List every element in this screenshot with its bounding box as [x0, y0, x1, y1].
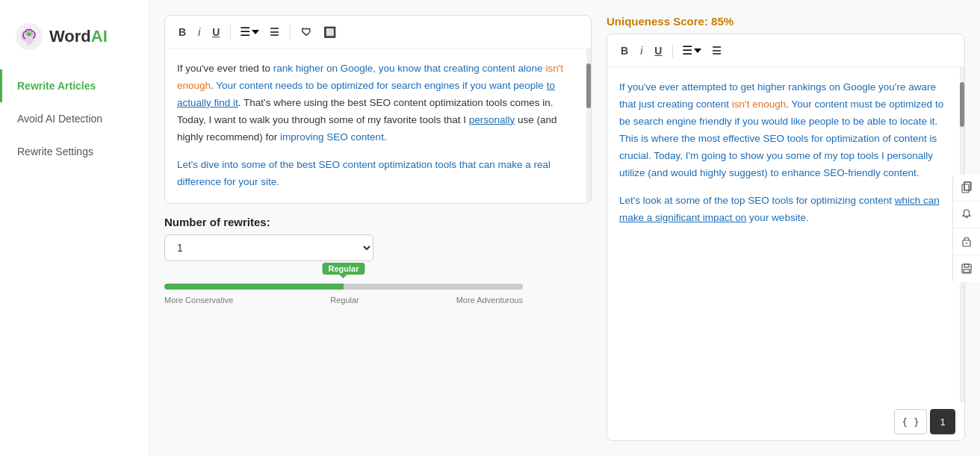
output-highlighted-3: Your content must be optimized to be sea… [619, 99, 943, 178]
notification-icon-button[interactable] [953, 202, 980, 228]
list-dropdown[interactable]: ☰ [237, 22, 262, 42]
input-editor-content[interactable]: If you've ever tried to rank higher on G… [165, 49, 591, 203]
highlighted-text-1: rank higher on Google, you know that cre… [273, 63, 543, 74]
svg-rect-7 [962, 184, 969, 193]
underline-button[interactable]: U [208, 23, 224, 41]
output-bold-button[interactable]: B [616, 42, 633, 60]
copy-icon-button[interactable] [953, 175, 980, 202]
rewrites-select[interactable]: 1 2 3 5 10 [164, 234, 373, 261]
input-paragraph-2: Let's dive into some of the best SEO con… [177, 157, 579, 191]
right-floating-icons [952, 175, 980, 282]
sidebar-item-avoid-ai-detection[interactable]: Avoid AI Detection [0, 102, 149, 135]
italic-button[interactable]: i [193, 23, 205, 41]
save-icon-button[interactable] [953, 255, 980, 282]
slider-container: Regular More Conservative Regular More A… [164, 284, 523, 304]
output-paragraph-1: If you've ever attempted to get higher r… [619, 79, 952, 182]
editor-section: B i U ☰ ☰ 🛡 🔲 If you've ever tri [164, 15, 592, 441]
pagination-row: { } 1 [607, 403, 964, 440]
output-editor-content[interactable]: If you've ever attempted to get higher r… [607, 67, 964, 403]
lock-icon [961, 235, 973, 247]
logo-text: WordAI [49, 27, 108, 46]
svg-rect-13 [964, 269, 970, 272]
highlighted-link-2: personally [469, 114, 515, 125]
svg-point-10 [966, 243, 967, 244]
output-paragraph-2: Let's look at some of the top SEO tools … [619, 193, 952, 227]
toolbar-divider-1 [230, 25, 231, 39]
highlighted-text-5: Let's dive into some of the best SEO con… [177, 159, 551, 187]
uniqueness-score: Uniqueness Score: 85% [607, 15, 965, 28]
copy-icon [961, 181, 973, 193]
svg-point-1 [28, 33, 31, 37]
editor-toolbar: B i U ☰ ☰ 🛡 🔲 [165, 16, 591, 49]
output-toolbar: B i U ☰ ☰ [607, 34, 964, 67]
page-1-button[interactable]: 1 [930, 409, 955, 434]
scrollbar-track[interactable] [586, 49, 591, 203]
output-scrollbar-thumb [960, 82, 964, 127]
scrollbar-thumb [586, 63, 591, 108]
input-paragraph-1: If you've ever tried to rank higher on G… [177, 60, 579, 146]
output-italic-button[interactable]: i [636, 42, 647, 60]
toolbar-divider-2 [290, 25, 291, 39]
highlighted-text-3: Your content needs to be optimized for s… [216, 80, 544, 91]
wordai-logo-icon [15, 22, 43, 51]
output-highlighted-2: isn't enough [732, 99, 786, 110]
slider-label-left: More Conservative [164, 296, 233, 304]
code-view-button[interactable]: { } [894, 409, 927, 434]
bookmark-button[interactable]: 🔲 [319, 23, 341, 41]
slider-track[interactable] [164, 284, 523, 290]
rewrites-label: Number of rewrites: [164, 216, 592, 228]
output-ordered-list-button[interactable]: ☰ [707, 42, 726, 60]
output-list-dropdown[interactable]: ☰ [679, 40, 704, 60]
svg-rect-12 [964, 264, 969, 267]
slider-label-middle: Regular [330, 296, 359, 304]
output-highlighted-4: Let's look at some of the top SEO tools … [619, 195, 892, 206]
output-underline-button[interactable]: U [650, 42, 666, 60]
slider-active-label: Regular [323, 263, 365, 275]
chevron-down-icon [252, 28, 259, 36]
slider-labels: More Conservative Regular More Adventuro… [164, 296, 523, 304]
lock-icon-button[interactable] [953, 228, 980, 255]
input-editor-card: B i U ☰ ☰ 🛡 🔲 If you've ever tri [164, 15, 592, 204]
list-dropdown-icon: ☰ [240, 25, 250, 39]
sidebar: WordAI Rewrite Articles Avoid AI Detecti… [0, 0, 149, 456]
sidebar-item-rewrite-settings[interactable]: Rewrite Settings [0, 135, 149, 168]
sidebar-item-rewrite-articles[interactable]: Rewrite Articles [0, 69, 149, 102]
highlighted-text-4: improving SEO content [280, 131, 384, 143]
output-highlighted-5: your website. [749, 212, 809, 223]
output-list-dropdown-icon: ☰ [682, 43, 692, 57]
output-section: Uniqueness Score: 85% B i U ☰ ☰ [607, 15, 965, 441]
bell-icon [961, 208, 973, 220]
output-chevron-down-icon [694, 47, 701, 54]
logo-area: WordAI [0, 15, 149, 69]
controls-section: Number of rewrites: 1 2 3 5 10 Regular M… [164, 216, 592, 304]
output-editor-card: B i U ☰ ☰ If you've ever attempted to ge… [607, 34, 965, 441]
ordered-list-button[interactable]: ☰ [265, 23, 284, 41]
main-content: B i U ☰ ☰ 🛡 🔲 If you've ever tri [149, 0, 980, 456]
slider-label-right: More Adventurous [456, 296, 523, 304]
shield-button[interactable]: 🛡 [297, 23, 316, 41]
save-icon [961, 263, 973, 275]
output-toolbar-divider [672, 44, 673, 57]
bold-button[interactable]: B [174, 23, 190, 41]
